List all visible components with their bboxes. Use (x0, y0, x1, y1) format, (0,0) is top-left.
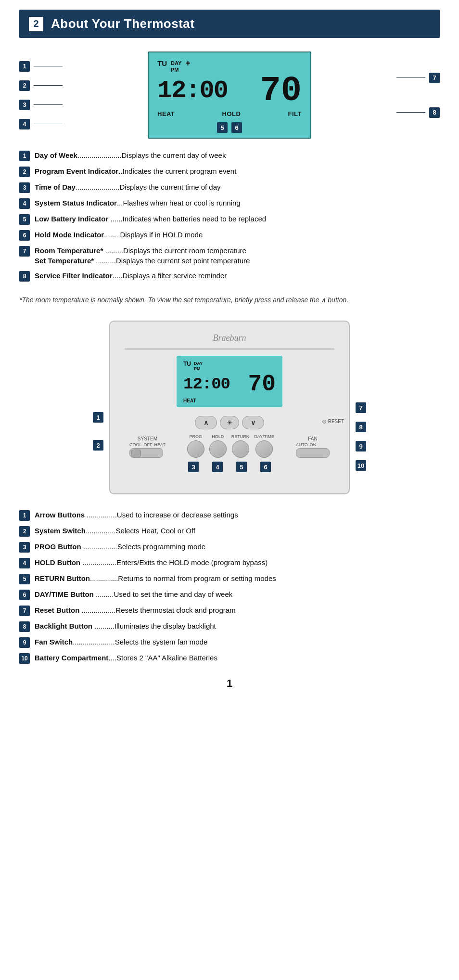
callout-3: 3 (19, 100, 63, 110)
device-desc-text-1: Arrow Buttons ...............Used to inc… (35, 510, 238, 520)
device-lcd-time: 12:00 (183, 375, 230, 393)
device-desc-text-7: Reset Button .................Resets the… (35, 605, 236, 615)
desc-text-4: System Status Indicator...Flashes when h… (35, 198, 241, 208)
connector-2 (34, 85, 63, 86)
return-button[interactable] (232, 440, 249, 458)
badge-1: 1 (19, 61, 30, 72)
callout-1: 1 (19, 61, 63, 72)
desc-item-1: 1 Day of Week......................Displ… (19, 150, 440, 161)
callout-4: 4 (19, 119, 63, 129)
desc-badge-8: 8 (19, 271, 30, 282)
device-badge-9: 9 (356, 441, 366, 451)
page-header: 2 About Your Thermostat (19, 10, 440, 38)
device-badge-8: 8 (356, 422, 366, 432)
page-number: 1 (19, 677, 440, 690)
device-desc-text-6: DAY/TIME Button .........Used to set the… (35, 589, 232, 599)
desc-item-8: 8 Service Filter Indicator.....Displays … (19, 271, 440, 282)
connector-7 (396, 77, 425, 78)
hold-button-group: HOLD (209, 434, 227, 458)
left-callouts: 1 2 3 4 (19, 61, 63, 129)
fan-label: FAN (296, 436, 330, 441)
hold-label: HOLD (212, 434, 224, 439)
device-left-callouts: 1 2 (93, 412, 103, 451)
daytime-button[interactable] (255, 440, 273, 458)
daytime-label: DAY/TIME (254, 434, 274, 439)
backlight-button[interactable]: ☀ (220, 416, 239, 429)
lcd-screen: TU DAY PM + 12:00 70 HEAT HOLD FILT 5 6 (148, 52, 311, 139)
device-desc-text-9: Fan Switch.....................Selects t… (35, 637, 207, 647)
fan-switch[interactable] (296, 448, 330, 458)
device-desc-5: 5 RETURN Button..............Returns to … (19, 573, 440, 584)
device-divider (125, 348, 334, 350)
lcd-diagram: 1 2 3 4 TU DAY PM + 12:00 70 (19, 52, 440, 139)
lcd-main-row: 12:00 70 (157, 74, 302, 108)
device-push-badge-5: 5 (236, 462, 247, 472)
connector-3 (34, 104, 63, 105)
device-desc-text-5: RETURN Button..............Returns to no… (35, 573, 276, 583)
lcd-day-of-week: TU (157, 59, 167, 67)
device-desc-8: 8 Backlight Button ..........Illuminates… (19, 621, 440, 632)
device-desc-6: 6 DAY/TIME Button .........Used to set t… (19, 589, 440, 600)
device-desc-text-10: Battery Compartment....Stores 2 "AA" Alk… (35, 653, 217, 663)
device-desc-10: 10 Battery Compartment....Stores 2 "AA" … (19, 653, 440, 664)
device-desc-2: 2 System Switch...............Selects He… (19, 526, 440, 537)
desc-badge-5: 5 (19, 214, 30, 225)
device-description-list: 1 Arrow Buttons ...............Used to i… (19, 510, 440, 664)
callout-7: 7 (396, 73, 440, 83)
device-lcd-day: TU (183, 361, 191, 367)
device-desc-text-8: Backlight Button ..........Illuminates t… (35, 621, 216, 631)
badge-2: 2 (19, 80, 30, 91)
device-badge-2: 2 (93, 440, 103, 451)
section-number: 2 (29, 17, 43, 31)
desc-text-6: Hold Mode Indicator........Displays if i… (35, 230, 203, 240)
device-badge-10: 10 (356, 460, 366, 471)
page-title: About Your Thermostat (51, 16, 194, 31)
up-arrow-button[interactable]: ∧ (195, 416, 217, 429)
system-switch-group: SYSTEM COOL OFF HEAT (129, 436, 166, 458)
fan-on-label: ON (310, 442, 317, 447)
system-sublabels: COOL OFF HEAT (129, 442, 166, 447)
system-switch[interactable] (129, 448, 163, 458)
device-illustration: 1 2 7 8 9 10 Braeburn TU DAY PM 12:00 70… (109, 321, 350, 494)
footnote: *The room temperature is normally shown.… (19, 295, 440, 305)
prog-button-group: PROG (187, 434, 204, 458)
desc-text-5: Low Battery Indicator ......Indicates wh… (35, 214, 266, 224)
return-label: RETURN (231, 434, 250, 439)
badge-7: 7 (429, 73, 440, 83)
device-desc-badge-2: 2 (19, 526, 30, 537)
device-lcd-pm: PM (194, 366, 203, 371)
device-lcd-main: 12:00 70 (183, 371, 276, 397)
device-badge-1: 1 (93, 412, 103, 423)
lcd-description-list: 1 Day of Week......................Displ… (19, 150, 440, 282)
device-desc-badge-7: 7 (19, 606, 30, 616)
device-desc-badge-3: 3 (19, 542, 30, 553)
device-desc-9: 9 Fan Switch.....................Selects… (19, 637, 440, 648)
return-button-group: RETURN (231, 434, 250, 458)
desc-item-4: 4 System Status Indicator...Flashes when… (19, 198, 440, 209)
callout-8: 8 (396, 107, 440, 118)
badge-5: 5 (217, 122, 228, 133)
daytime-button-group: DAY/TIME (254, 434, 274, 458)
cool-label: COOL (129, 442, 142, 447)
badge-3: 3 (19, 100, 30, 110)
off-label: OFF (144, 442, 153, 447)
heat-label: HEAT (154, 442, 166, 447)
lcd-plus: + (185, 58, 191, 68)
connector-8 (396, 112, 425, 113)
down-arrow-button[interactable]: ∨ (242, 416, 264, 429)
device-lcd-temp: 70 (248, 371, 276, 397)
desc-text-7: Room Temperature* .........Displays the … (35, 245, 250, 266)
lcd-temperature: 70 (260, 74, 302, 108)
desc-badge-4: 4 (19, 198, 30, 209)
lcd-day-label: DAY (171, 60, 181, 66)
desc-text-2: Program Event Indicator..Indicates the c… (35, 166, 236, 176)
device-right-callouts: 7 8 9 10 (356, 402, 366, 471)
hold-button[interactable] (209, 440, 227, 458)
prog-button[interactable] (187, 440, 204, 458)
desc-badge-7: 7 (19, 246, 30, 257)
device-desc-1: 1 Arrow Buttons ...............Used to i… (19, 510, 440, 521)
system-label: SYSTEM (129, 436, 166, 441)
reset-dot (322, 420, 326, 424)
desc-badge-6: 6 (19, 230, 30, 241)
desc-text-8: Service Filter Indicator.....Displays a … (35, 271, 227, 281)
